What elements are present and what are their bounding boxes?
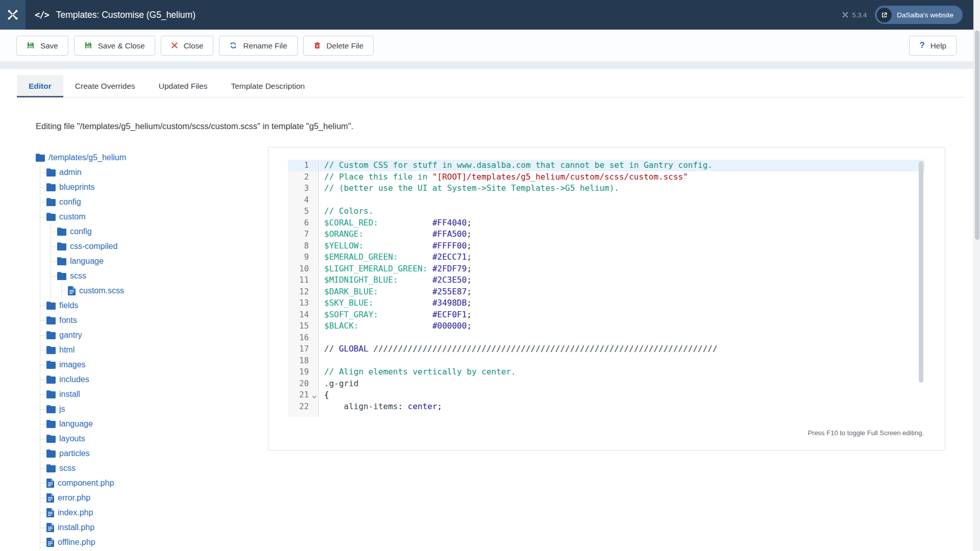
line-number: 21 (288, 389, 318, 401)
tree-item-custom[interactable]: custom (32, 209, 246, 224)
code-line[interactable]: { (320, 389, 925, 401)
tree-guide-tick (40, 439, 46, 439)
code-line[interactable]: $EMERALD_GREEN: #2ECC71; (320, 252, 925, 263)
tree-item-error.php[interactable]: error.php (32, 490, 246, 505)
tree-item-label: offline.php (58, 538, 95, 547)
fold-chevron-icon[interactable] (311, 391, 317, 398)
tree-item-includes[interactable]: includes (32, 372, 246, 387)
code-line[interactable]: $SOFT_GRAY: #ECF0F1; (320, 309, 925, 321)
website-link-button[interactable]: DaSalba's website (875, 6, 963, 24)
tree-guide-tick (40, 350, 46, 350)
tree-item-layouts[interactable]: layouts (32, 431, 246, 446)
tree-guide-tick (40, 394, 46, 395)
tree-item-gantry[interactable]: gantry (32, 328, 246, 342)
tree-item-config[interactable]: config (32, 194, 246, 209)
line-number: 5 (288, 206, 318, 217)
close-button[interactable]: Close (161, 36, 214, 56)
code-line[interactable]: $DARK_BLUE: #255E87; (320, 286, 925, 298)
help-button[interactable]: ? Help (909, 36, 957, 56)
external-link-icon (877, 8, 892, 22)
line-number: 14 (288, 309, 318, 321)
folder-icon (57, 228, 66, 236)
tree-item--templates-g5_helium[interactable]: /templates/g5_helium (32, 150, 246, 165)
file-icon (46, 538, 54, 547)
page-scrollbar[interactable] (973, 0, 980, 551)
code-line[interactable]: $MIDNIGHT_BLUE: #2C3E50; (320, 274, 925, 286)
folder-icon (46, 316, 56, 324)
tree-guide-line (40, 239, 40, 254)
tree-item-html[interactable]: html (32, 342, 246, 357)
delete-file-button[interactable]: Delete File (303, 36, 374, 56)
code-line[interactable] (320, 332, 925, 344)
tree-item-css-compiled[interactable]: css-compiled (32, 239, 246, 254)
tree-item-particles[interactable]: particles (32, 446, 246, 461)
tree-guide-tick (40, 454, 46, 454)
file-tree: /templates/g5_helium admin blueprints co… (32, 150, 246, 551)
code-line[interactable] (320, 194, 925, 206)
code-line[interactable]: // Align elements vertically by center. (320, 366, 925, 378)
code-line[interactable]: $YELLOW: #FFFF00; (320, 240, 925, 252)
line-number: 17 (288, 343, 318, 355)
tab-template-description[interactable]: Template Description (219, 75, 316, 97)
code-line[interactable] (320, 355, 925, 367)
tree-item-index.php[interactable]: index.php (32, 505, 246, 520)
rename-file-button[interactable]: Rename File (219, 36, 297, 56)
tree-item-component.php[interactable]: component.php (32, 475, 246, 490)
tree-item-fonts[interactable]: fonts (32, 313, 246, 328)
tree-item-images[interactable]: images (32, 357, 246, 372)
tab-create-overrides[interactable]: Create Overrides (63, 75, 147, 97)
version-label: 5.3.4 (852, 11, 867, 19)
editor-scrollbar[interactable] (919, 161, 923, 414)
line-number: 2 (288, 171, 318, 183)
tree-item-offline.php[interactable]: offline.php (32, 535, 246, 549)
tab-editor[interactable]: Editor (17, 75, 63, 97)
tree-item-fields[interactable]: fields (32, 298, 246, 313)
tree-item-language[interactable]: language (32, 416, 246, 431)
code-editor[interactable]: 12345678910111213141516171819202122 // C… (288, 160, 925, 417)
save-button[interactable]: Save (16, 36, 68, 56)
code-line[interactable]: $CORAL_RED: #FF4040; (320, 217, 925, 229)
code-line[interactable]: // GLOBAL //////////////////////////////… (320, 343, 925, 355)
editor-scrollbar-thumb[interactable] (919, 161, 923, 383)
folder-icon (46, 420, 56, 428)
tree-item-language[interactable]: language (32, 254, 246, 268)
joomla-logo (0, 0, 26, 30)
page-scrollbar-thumb[interactable] (975, 31, 979, 240)
code-line[interactable]: $BLACK: #000000; (320, 320, 925, 332)
save-icon (27, 41, 35, 49)
tree-guide-tick (40, 320, 46, 321)
tree-item-label: /templates/g5_helium (48, 153, 126, 162)
code-line[interactable]: // Custom CSS for stuff in www.dasalba.c… (320, 160, 925, 171)
tree-item-admin[interactable]: admin (32, 165, 246, 180)
code-line[interactable]: // Place this file in "[ROOT]/templates/… (320, 171, 925, 183)
code-line[interactable]: // (better use the UI at System->Site Te… (320, 183, 925, 194)
code-line[interactable]: align-items: center; (320, 401, 925, 413)
code-line[interactable]: .g-grid (320, 378, 925, 390)
tree-guide-tick (40, 409, 46, 410)
code-line[interactable]: $SKY_BLUE: #3498DB; (320, 297, 925, 309)
tree-item-config[interactable]: config (32, 224, 246, 239)
editor-content[interactable]: // Custom CSS for stuff in www.dasalba.c… (320, 160, 925, 417)
tree-item-blueprints[interactable]: blueprints (32, 180, 246, 194)
tree-guide-tick (40, 424, 46, 424)
tree-item-label: config (70, 227, 92, 236)
line-number: 19 (288, 366, 318, 378)
tree-item-custom.scss[interactable]: custom.scss (32, 283, 246, 298)
tree-item-scss[interactable]: scss (32, 268, 246, 283)
save-and-close-button[interactable]: Save & Close (74, 36, 155, 56)
line-number: 16 (288, 332, 318, 344)
tree-item-install[interactable]: install (32, 387, 246, 402)
tree-item-scss[interactable]: scss (32, 461, 246, 475)
tree-item-js[interactable]: js (32, 402, 246, 416)
file-icon (46, 508, 54, 517)
folder-icon (46, 464, 56, 472)
code-line[interactable]: $LIGHT_EMERALD_GREEN: #2FDF79; (320, 263, 925, 275)
tab-updated-files[interactable]: Updated Files (147, 75, 219, 97)
folder-icon (46, 390, 56, 398)
tree-guide-line (40, 254, 40, 268)
joomla-logo-icon (6, 8, 19, 21)
code-line[interactable]: // Colors. (320, 206, 925, 217)
code-line[interactable]: $ORANGE: #FFA500; (320, 229, 925, 240)
tree-item-install.php[interactable]: install.php (32, 520, 246, 535)
tree-item-label: layouts (59, 434, 85, 443)
